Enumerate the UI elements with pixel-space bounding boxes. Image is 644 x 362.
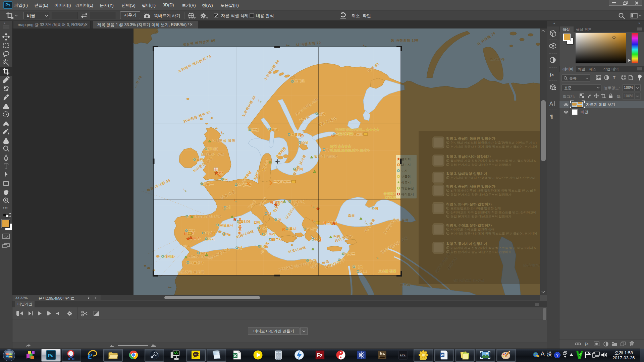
svg-text:발트해 남동쪽: 발트해 남동쪽 (314, 155, 338, 158)
svg-text:A: A (549, 101, 553, 107)
svg-text:칼리아리: 칼리아리 (262, 232, 275, 236)
svg-text:발트해항해사냥이... ★★★★: 발트해항해사냥이... ★★★★ (335, 128, 380, 131)
svg-text:포르토벨로와 파나마를 발견한 상태: 포르토벨로와 파나마를 발견한 상태 (450, 206, 501, 210)
svg-text:?: ? (556, 353, 558, 358)
svg-text:유럽 본거지의 왕궁 대신으로부터 입항허가: 유럽 본거지의 왕궁 대신으로부터 입항허가 (450, 215, 512, 218)
svg-text:유럽 본거지의 왕궁 대신으로부터 입항허가: 유럽 본거지의 왕궁 대신으로부터 입항허가 (450, 193, 512, 196)
svg-text:EVE: EVE (400, 354, 406, 356)
svg-text:2: 2 (447, 145, 448, 148)
svg-text:마닐라의 자국 집정관에게 칙명 퀘스트를 받고, 마닐라에: 마닐라의 자국 집정관에게 칙명 퀘스트를 받고, 마닐라에서 5 (450, 246, 536, 250)
svg-text:카이로와 수에즈를 발견한 상태: 카이로와 수에즈를 발견한 상태 (450, 228, 494, 231)
svg-text:살로니카: 살로니카 (304, 227, 317, 231)
svg-text:0: 0 (278, 352, 279, 354)
svg-text:2: 2 (447, 211, 448, 214)
svg-text:본거지의 왕궁 대신에게 칙명 퀘스트를 받고 클리어, 본: 본거지의 왕궁 대신에게 칙명 퀘스트를 받고 클리어, 본거지에 (450, 145, 537, 148)
svg-text:칙명 2. 동남아시아 입항허가: 칙명 2. 동남아시아 입항허가 (446, 155, 491, 159)
svg-text:유럽 본거지의 왕궁 대신으로부터 입항허가: 유럽 본거지의 왕궁 대신으로부터 입항허가 (450, 163, 512, 167)
svg-text:W: W (440, 353, 444, 357)
svg-text:비스케이만 남쪽: 비스케이만 남쪽 (195, 215, 222, 218)
svg-text:1: 1 (447, 177, 448, 179)
svg-text:2: 2 (447, 251, 448, 253)
svg-text:1: 1 (447, 247, 448, 249)
svg-text:Fz: Fz (317, 353, 323, 358)
svg-text:fx: fx (550, 72, 554, 77)
svg-text:베르겐,오슬로,리가 도시가: 베르겐,오슬로,리가 도시가 (330, 148, 370, 152)
svg-text:흑해: 흑해 (348, 214, 355, 218)
svg-text:본거지의 항구에서 요청을 받고 왕궁으로 가면 대신으로부: 본거지의 항구에서 요청을 받고 왕궁으로 가면 대신으로부터 (450, 176, 535, 180)
svg-text:넙치 ★★★★: 넙치 ★★★★ (330, 144, 352, 148)
svg-text:유럽 본거지의 왕궁 대신으로부터 입항허가: 유럽 본거지의 왕궁 대신으로부터 입항허가 (450, 250, 512, 254)
svg-text:브리튼섬 동쪽: 브리튼섬 동쪽 (201, 153, 224, 156)
svg-text:TALK: TALK (194, 353, 200, 356)
svg-text:1: 1 (447, 207, 448, 209)
svg-text:마데이라: 마데이라 (161, 255, 175, 258)
svg-text:1: 1 (447, 228, 448, 231)
svg-text:2: 2 (447, 193, 448, 196)
svg-text:1: 1 (447, 160, 448, 162)
svg-text:1: 1 (447, 189, 448, 192)
svg-text:브리튼섬 북쪽: 브리튼섬 북쪽 (212, 139, 235, 142)
svg-text:Ps: Ps (48, 353, 53, 358)
svg-text:칙명 3. 남태평양 입항허가: 칙명 3. 남태평양 입항허가 (446, 172, 487, 176)
svg-text:2: 2 (447, 164, 448, 166)
svg-text:캘리컷의 자국 집정관에게 칙명 퀘스트를 받고, 캘리컷에: 캘리컷의 자국 집정관에게 칙명 퀘스트를 받고, 캘리컷에서 5 (450, 159, 536, 163)
svg-text:본거지의 왕궁 대신에게 칙명 퀘스트를 받고 클리어, 본: 본거지의 왕궁 대신에게 칙명 퀘스트를 받고 클리어, 본거지에 (450, 232, 537, 235)
svg-text:인도양과 카리브해 입항허가가 있을것(명성과 이벤트로 가: 인도양과 카리브해 입항허가가 있을것(명성과 이벤트로 가능) (450, 141, 537, 144)
svg-text:리우데자네이루의 자국 집정관에게 칙명 퀘스트를 받고,: 리우데자네이루의 자국 집정관에게 칙명 퀘스트를 받고, 리우 (450, 189, 536, 192)
svg-text:칙명 6. 수에즈 운하 입항허가: 칙명 6. 수에즈 운하 입항허가 (446, 223, 492, 227)
svg-text:프랑크푸르트: 프랑크푸르트 (273, 180, 293, 184)
svg-text:칙명 4. 중남미 서해안 입항허가: 칙명 4. 중남미 서해안 입항허가 (446, 184, 495, 188)
svg-text:플리머스: 플리머스 (200, 182, 214, 186)
svg-text:아프리카 북서쪽: 아프리카 북서쪽 (177, 270, 205, 274)
svg-text:스톡홀름: 스톡홀름 (288, 133, 301, 136)
svg-text:산티아고의 자국 집정관에게 칙명 퀘스트를 받고, 산티아: 산티아고의 자국 집정관에게 칙명 퀘스트를 받고, 산티아고에 (450, 210, 536, 214)
svg-text:칙명 5. 파나마 운하 입항허가: 칙명 5. 파나마 운하 입항허가 (446, 202, 492, 206)
svg-text:시라쿠사: 시라쿠사 (269, 238, 282, 241)
svg-text:파루: 파루 (183, 244, 190, 248)
svg-text:에딘버러: 에딘버러 (205, 147, 218, 151)
svg-text:2: 2 (447, 232, 448, 235)
svg-text:1: 1 (447, 141, 448, 144)
svg-text:발렌시아: 발렌시아 (202, 231, 215, 235)
svg-text:칙명 7. 동아시아 입항허가: 칙명 7. 동아시아 입항허가 (446, 242, 487, 246)
svg-text:칙명 1. 중남미 동해안 입항허가: 칙명 1. 중남미 동해안 입항허가 (446, 136, 495, 140)
svg-text:¶: ¶ (550, 114, 553, 120)
svg-text:칼비: 칼비 (254, 221, 260, 224)
svg-text:모로코 서쪽: 모로코 서쪽 (189, 255, 208, 258)
svg-text:1218.1958: 1218.1958 (337, 132, 353, 135)
svg-text:오스만 전쟁: 오스만 전쟁 (378, 269, 396, 273)
svg-text:3: 3 (447, 215, 448, 218)
svg-text:베이루트: 베이루트 (342, 252, 355, 256)
